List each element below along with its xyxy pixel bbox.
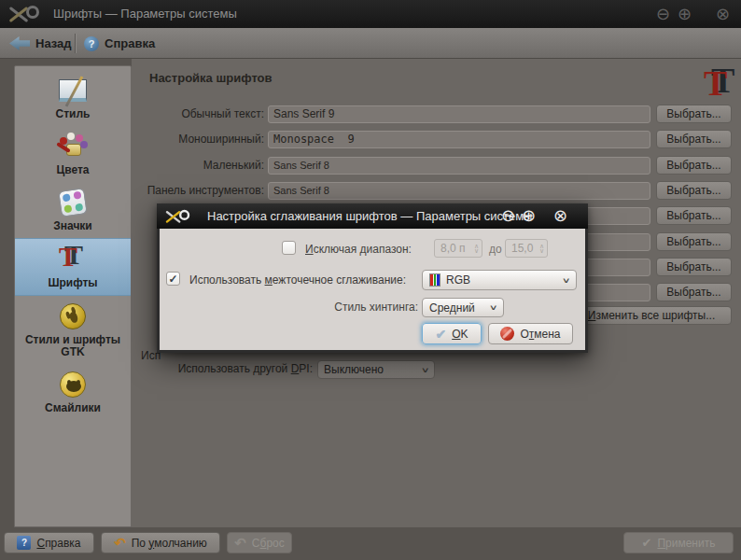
apply-label: Применить	[657, 537, 715, 550]
page-title: Настройка шрифтов	[149, 71, 273, 85]
range-to-label: до	[489, 243, 502, 256]
exclude-range-label: Исключая диапазон:	[305, 243, 412, 256]
chevron-down-icon: ∨	[420, 366, 429, 374]
subpixel-dropdown[interactable]: RGB ∨	[422, 270, 577, 290]
antialiasing-dialog: Настройка сглаживания шрифтов — Параметр…	[157, 203, 588, 353]
help-icon: ?	[84, 36, 99, 51]
choose-font-button[interactable]: Выбрать...	[656, 130, 732, 148]
dpi-label: Использовать другой DPI:	[135, 362, 313, 375]
choose-font-button[interactable]: Выбрать...	[656, 156, 732, 175]
dialog-close-button[interactable]: ⊗	[553, 206, 567, 225]
font-row-label: Панель инструментов:	[135, 182, 264, 200]
choose-font-button[interactable]: Выбрать...	[656, 206, 732, 225]
cancel-button[interactable]: Отмена	[488, 323, 573, 344]
dpi-dropdown-value: Выключено	[324, 363, 384, 376]
ok-button[interactable]: ✔ OK	[422, 323, 482, 344]
reset-button: ↶ Сброс	[227, 532, 292, 553]
window-title: Шрифты — Параметры системы	[53, 7, 237, 21]
chevron-down-icon: ∨	[561, 276, 570, 285]
dialog-minimize-button[interactable]: ⊖	[501, 206, 515, 225]
font-value-field[interactable]: Monospace 9	[268, 131, 650, 148]
font-row-label: Моноширинный:	[135, 131, 264, 148]
exclude-from-value: 8,0 п	[440, 242, 466, 255]
cancel-label: Отмена	[520, 328, 560, 341]
apply-button: ✔ Применить	[623, 532, 734, 553]
dialog-titlebar: Настройка сглаживания шрифтов — Параметр…	[157, 203, 588, 229]
font-row-label: Маленький:	[135, 157, 264, 175]
close-button[interactable]: ⊗	[716, 5, 730, 23]
style-icon	[59, 79, 87, 102]
system-settings-icon	[7, 4, 47, 24]
sidebar-item-style[interactable]: Стиль	[15, 70, 131, 126]
font-value-field[interactable]: Sans Serif 9	[268, 105, 650, 123]
hinting-dropdown[interactable]: Средний ∨	[422, 298, 504, 317]
colors-icon	[58, 133, 88, 161]
toolbar-separator	[75, 34, 77, 53]
exclude-to-value: 15,0	[511, 242, 533, 255]
subpixel-label: Использовать межточечное сглаживание:	[189, 273, 406, 287]
footer-help-button[interactable]: ? Справка	[4, 532, 94, 553]
hinting-dropdown-value: Средний	[429, 301, 475, 315]
cancel-no-entry-icon	[500, 327, 514, 341]
dpi-dropdown[interactable]: Выключено ∨	[317, 360, 435, 379]
hinting-label: Стиль хинтинга:	[189, 301, 418, 314]
defaults-button[interactable]: ↶ По умолчанию	[101, 532, 220, 553]
choose-font-button[interactable]: Выбрать...	[656, 283, 732, 301]
defaults-label: По умолчанию	[132, 537, 207, 550]
spinner-arrows-icon: ∧∨	[474, 244, 479, 253]
dialog-title: Настройка сглаживания шрифтов — Параметр…	[207, 209, 532, 223]
font-row-label: Обычный текст:	[135, 105, 264, 123]
dialog-maximize-button[interactable]: ⊕	[522, 206, 536, 225]
rgb-stripes-icon	[429, 273, 440, 287]
footer-help-label: Справка	[36, 537, 80, 550]
sidebar-item-gtk[interactable]: Стили и шрифты GTK	[15, 296, 131, 364]
main-titlebar: Шрифты — Параметры системы ⊖ ⊕ ⊗	[0, 0, 741, 28]
spinner-arrows-icon: ∧∨	[539, 244, 544, 253]
apply-check-icon: ✔	[642, 536, 652, 550]
choose-font-button[interactable]: Выбрать...	[656, 232, 732, 251]
ok-check-icon: ✔	[435, 327, 446, 342]
main-toolbar: Назад ? Справка ∨	[0, 28, 741, 59]
category-sidebar: Стиль Цвета Значки TT Шрифты Стили и шри…	[14, 65, 132, 527]
sidebar-item-colors[interactable]: Цвета	[15, 126, 131, 182]
chevron-down-icon: ∨	[488, 303, 497, 312]
sidebar-item-icons[interactable]: Значки	[15, 182, 131, 238]
maximize-button[interactable]: ⊕	[678, 5, 692, 23]
choose-font-button[interactable]: Выбрать...	[656, 258, 732, 276]
fonts-header-icon: TT	[702, 67, 737, 103]
exclude-range-checkbox[interactable]	[282, 241, 296, 255]
sidebar-item-label: Цвета	[17, 164, 129, 176]
minimize-button[interactable]: ⊖	[656, 5, 670, 23]
screen: Шрифты — Параметры системы ⊖ ⊕ ⊗ Назад ?…	[0, 0, 741, 560]
system-settings-icon	[164, 208, 196, 225]
help-book-icon: ?	[17, 536, 31, 550]
help-button-label: Справка	[105, 36, 155, 50]
font-value-field[interactable]: Sans Serif 8	[268, 182, 650, 200]
back-button-label: Назад	[35, 36, 72, 50]
back-button[interactable]: Назад	[4, 32, 77, 55]
icons-icon	[58, 188, 88, 217]
choose-font-button[interactable]: Выбрать...	[656, 105, 732, 123]
exclude-from-spinbox: 8,0 п ∧∨	[434, 239, 482, 258]
sidebar-item-label: Значки	[17, 220, 129, 232]
ok-label: OK	[452, 328, 468, 341]
gtk-foot-icon	[60, 303, 86, 329]
sidebar-item-label2: GTK	[17, 346, 129, 358]
subpixel-checkbox[interactable]: ✓	[166, 272, 180, 286]
reset-label: Сброс	[252, 537, 285, 550]
reset-undo-icon: ↶	[234, 537, 246, 550]
defaults-undo-icon: ↶	[114, 537, 126, 550]
sidebar-item-emoticons[interactable]: Смайлики	[15, 364, 131, 420]
sidebar-item-label: Шрифты	[17, 277, 129, 289]
back-arrow-icon	[9, 36, 30, 50]
choose-font-button[interactable]: Выбрать...	[656, 181, 732, 200]
sidebar-item-label: Смайлики	[17, 402, 129, 414]
sidebar-item-fonts[interactable]: TT Шрифты	[15, 238, 131, 296]
adjust-all-fonts-button[interactable]: Изменить все шрифты...	[571, 306, 732, 325]
emoticons-icon	[60, 371, 86, 398]
subpixel-dropdown-value: RGB	[446, 273, 470, 287]
sidebar-item-label: Стиль	[17, 108, 129, 120]
fonts-icon: TT	[57, 245, 89, 274]
font-value-field[interactable]: Sans Serif 8	[268, 157, 650, 175]
help-button[interactable]: ? Справка	[78, 32, 161, 55]
